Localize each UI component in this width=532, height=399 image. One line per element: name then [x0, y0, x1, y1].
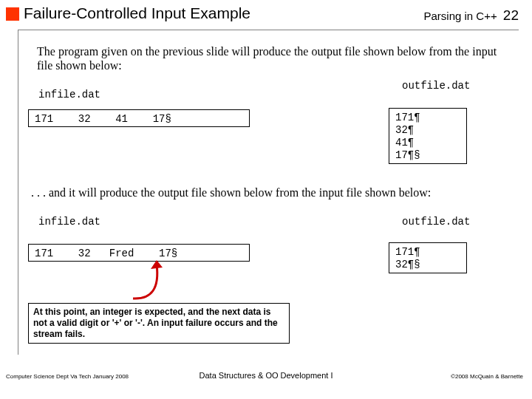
course-name: Parsing in C++	[423, 10, 497, 22]
infile-label-2: infile.dat	[38, 216, 100, 228]
outfile-label-1: outfile.dat	[402, 80, 470, 92]
bullet-icon	[6, 7, 19, 21]
output-file-box-1: 171¶ 32¶ 41¶ 17¶§	[389, 108, 467, 164]
infile-label-1: infile.dat	[38, 89, 100, 100]
outfile-label-2: outfile.dat	[402, 216, 470, 228]
annotation-box: At this point, an integer is expected, a…	[28, 303, 290, 344]
slide-title: Failure-Controlled Input Example	[24, 4, 250, 22]
footer-right: ©2008 McQuain & Barnette	[451, 373, 523, 380]
horizontal-rule	[18, 30, 519, 30]
output-file-box-2: 171¶ 32¶§	[389, 242, 467, 273]
vertical-rule	[18, 30, 18, 355]
slide: Failure-Controlled Input Example Parsing…	[0, 0, 532, 399]
slide-number: 22	[503, 7, 519, 23]
input-file-box-1: 171 32 41 17§	[28, 109, 250, 127]
header-right: Parsing in C++ 22	[423, 7, 519, 24]
mid-text: . . . and it will produce the output fil…	[31, 186, 511, 200]
intro-text: The program given on the previous slide …	[37, 44, 502, 72]
input-file-box-2: 171 32 Fred 17§	[28, 244, 250, 262]
arrow-icon	[126, 259, 185, 303]
